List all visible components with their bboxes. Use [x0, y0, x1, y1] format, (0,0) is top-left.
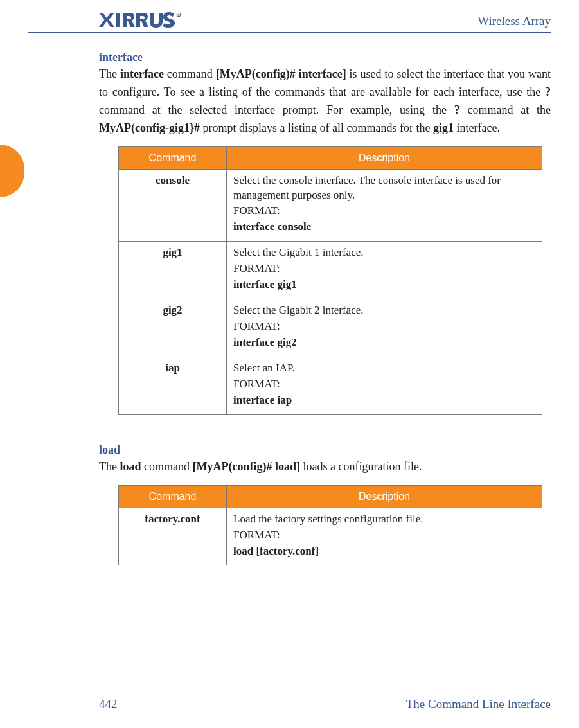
- command-cell: console: [119, 169, 227, 242]
- description-text: Select the console interface. The consol…: [233, 173, 535, 203]
- format-label: FORMAT:: [233, 377, 535, 392]
- description-cell: Select an IAP.FORMAT:interface iap: [227, 357, 542, 414]
- section-intro-interface: The interface command [MyAP(config)# int…: [99, 66, 551, 138]
- table-row: gig1Select the Gigabit 1 interface.FORMA…: [119, 242, 542, 299]
- page-content: interface The interface command [MyAP(co…: [99, 51, 551, 565]
- col-command: Command: [119, 485, 227, 508]
- format-value: interface console: [233, 220, 535, 235]
- table-row: factory.confLoad the factory settings co…: [119, 508, 542, 565]
- format-label: FORMAT:: [233, 528, 535, 543]
- description-text: Select the Gigabit 2 interface.: [233, 303, 535, 318]
- description-cell: Select the Gigabit 2 interface.FORMAT:in…: [227, 299, 542, 357]
- command-cell: factory.conf: [119, 508, 227, 565]
- command-cell: gig1: [119, 242, 227, 299]
- svg-marker-0: [99, 13, 114, 27]
- format-value: interface gig1: [233, 278, 535, 292]
- side-tab-icon: [0, 145, 24, 197]
- format-label: FORMAT:: [233, 319, 535, 334]
- description-cell: Select the console interface. The consol…: [227, 169, 542, 242]
- format-value: interface iap: [233, 393, 535, 408]
- page-number: 442: [28, 697, 118, 711]
- brand-logo: R: [28, 12, 195, 28]
- description-text: Load the factory settings configuration …: [233, 512, 535, 527]
- table-header-row: Command Description: [119, 485, 542, 508]
- table-row: consoleSelect the console interface. The…: [119, 169, 542, 242]
- chapter-title: The Command Line Interface: [406, 697, 551, 711]
- table-row: iapSelect an IAP.FORMAT:interface iap: [119, 357, 542, 414]
- document-title: Wireless Array: [477, 14, 551, 28]
- format-value: load [factory.conf]: [233, 544, 535, 559]
- col-description: Description: [227, 485, 542, 508]
- interface-command-table: Command Description consoleSelect the co…: [118, 146, 542, 415]
- description-cell: Select the Gigabit 1 interface.FORMAT:in…: [227, 242, 542, 299]
- page-footer: 442 The Command Line Interface: [28, 693, 551, 711]
- command-cell: iap: [119, 357, 227, 414]
- svg-rect-1: [116, 13, 120, 27]
- section-heading-interface: interface: [99, 51, 551, 64]
- format-label: FORMAT:: [233, 204, 535, 218]
- description-text: Select an IAP.: [233, 361, 535, 376]
- section-intro-load: The load command [MyAP(config)# load] lo…: [99, 458, 551, 476]
- col-command: Command: [119, 146, 227, 169]
- table-row: gig2Select the Gigabit 2 interface.FORMA…: [119, 299, 542, 357]
- load-command-table: Command Description factory.confLoad the…: [118, 485, 542, 566]
- description-text: Select the Gigabit 1 interface.: [233, 245, 535, 260]
- page-header: R Wireless Array: [28, 12, 551, 33]
- xirrus-logo-icon: R: [99, 12, 195, 28]
- page: R Wireless Array interface The interface…: [0, 0, 579, 728]
- col-description: Description: [227, 146, 542, 169]
- format-label: FORMAT:: [233, 262, 535, 276]
- table-header-row: Command Description: [119, 146, 542, 169]
- format-value: interface gig2: [233, 335, 535, 350]
- command-cell: gig2: [119, 299, 227, 357]
- section-heading-load: load: [99, 443, 551, 457]
- description-cell: Load the factory settings configuration …: [227, 508, 542, 565]
